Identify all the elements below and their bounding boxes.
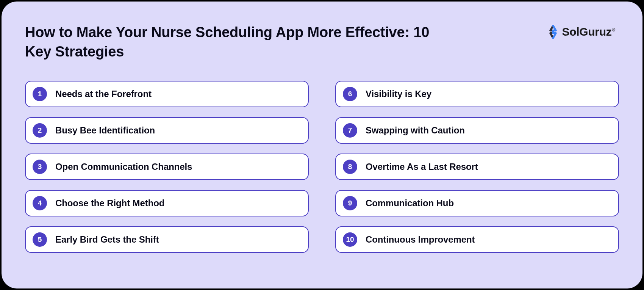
strategy-label: Swapping with Caution: [366, 125, 465, 136]
strategies-columns: 1 Needs at the Forefront 2 Busy Bee Iden…: [25, 81, 619, 253]
brand-logo: SolGuruz®: [546, 25, 615, 39]
strategy-item: 6 Visibility is Key: [335, 81, 619, 107]
number-badge: 3: [33, 160, 47, 174]
strategy-label: Continuous Improvement: [366, 234, 475, 245]
number-badge: 2: [33, 123, 47, 138]
number-badge: 6: [343, 87, 357, 101]
strategy-item: 2 Busy Bee Identification: [25, 117, 309, 144]
strategy-label: Early Bird Gets the Shift: [55, 234, 159, 245]
right-column: 6 Visibility is Key 7 Swapping with Caut…: [335, 81, 619, 253]
strategy-label: Visibility is Key: [366, 89, 431, 99]
strategy-item: 9 Communication Hub: [335, 190, 619, 216]
number-badge: 1: [33, 87, 47, 101]
strategy-item: 4 Choose the Right Method: [25, 190, 309, 216]
number-badge: 10: [343, 232, 357, 247]
strategy-label: Open Communication Channels: [55, 161, 192, 172]
number-badge: 4: [33, 196, 47, 210]
strategy-item: 10 Continuous Improvement: [335, 226, 619, 253]
logo-mark-icon: [546, 25, 560, 39]
header-row: How to Make Your Nurse Scheduling App Mo…: [25, 23, 619, 62]
left-column: 1 Needs at the Forefront 2 Busy Bee Iden…: [25, 81, 309, 253]
strategy-label: Busy Bee Identification: [55, 125, 155, 136]
strategy-label: Choose the Right Method: [55, 198, 164, 208]
strategy-item: 8 Overtime As a Last Resort: [335, 154, 619, 180]
strategy-label: Overtime As a Last Resort: [366, 161, 478, 172]
brand-name: SolGuruz®: [562, 25, 615, 38]
number-badge: 8: [343, 160, 357, 174]
number-badge: 5: [33, 232, 47, 247]
strategy-item: 7 Swapping with Caution: [335, 117, 619, 144]
strategy-item: 5 Early Bird Gets the Shift: [25, 226, 309, 253]
strategy-item: 1 Needs at the Forefront: [25, 81, 309, 107]
page-title: How to Make Your Nurse Scheduling App Mo…: [25, 23, 434, 62]
strategy-item: 3 Open Communication Channels: [25, 154, 309, 180]
strategy-label: Needs at the Forefront: [55, 89, 152, 99]
number-badge: 7: [343, 123, 357, 138]
infographic-card: How to Make Your Nurse Scheduling App Mo…: [2, 2, 642, 288]
number-badge: 9: [343, 196, 357, 210]
strategy-label: Communication Hub: [366, 198, 454, 208]
